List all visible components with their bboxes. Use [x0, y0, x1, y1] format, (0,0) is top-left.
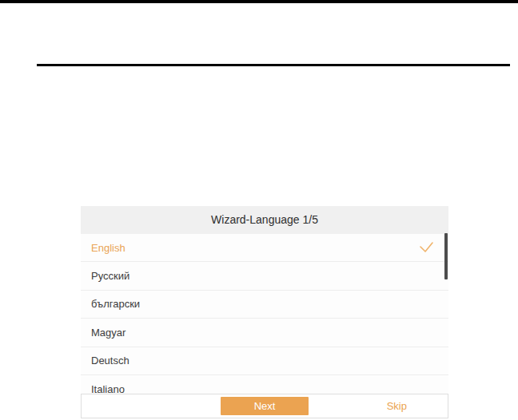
wizard-title: Wizard-Language 1/5 — [81, 206, 448, 234]
language-option-bulgarian[interactable]: български — [81, 291, 448, 319]
header-rule — [37, 64, 510, 66]
language-option-label: English — [91, 242, 126, 254]
wizard-dialog: Wizard-Language 1/5 English Русский бълг… — [81, 206, 448, 420]
next-button[interactable]: Next — [221, 397, 309, 415]
language-list: English Русский български Magyar Deutsch… — [81, 234, 448, 403]
language-option-label: Magyar — [91, 327, 126, 339]
language-option-label: Deutsch — [91, 355, 130, 367]
language-option-german[interactable]: Deutsch — [81, 347, 448, 375]
language-option-russian[interactable]: Русский — [81, 262, 448, 290]
wizard-footer: Next Skip — [81, 394, 448, 418]
page-top-bar — [0, 0, 518, 3]
language-option-hungarian[interactable]: Magyar — [81, 319, 448, 347]
language-option-label: български — [91, 298, 140, 310]
skip-button[interactable]: Skip — [387, 394, 407, 418]
check-icon — [420, 242, 433, 253]
document-page: { "document": { "top_bar_color": "#00000… — [0, 0, 518, 420]
language-option-english[interactable]: English — [81, 234, 448, 262]
language-option-label: Русский — [91, 270, 130, 282]
scrollbar-thumb[interactable] — [444, 233, 448, 279]
